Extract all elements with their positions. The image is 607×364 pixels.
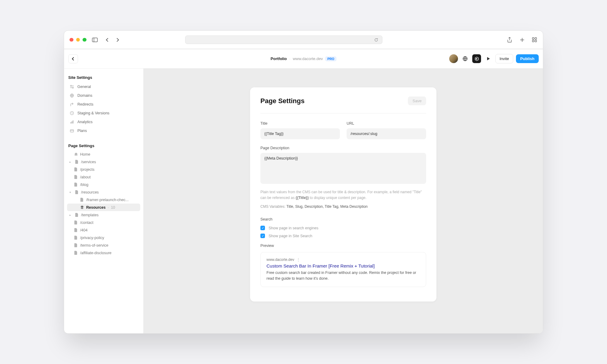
panel-title: Page Settings [260,97,304,105]
page-icon [75,213,79,217]
title-label: Title [260,121,340,126]
canvas: Page Settings Save Title URL Page Descri… [144,69,543,333]
nav-general[interactable]: General [67,82,140,91]
chart-icon [70,120,74,124]
browser-window: Portfolio · www.dacorte.dev PRO Invite P… [64,30,543,334]
checkbox-site-search[interactable]: ✓ [260,234,265,238]
redirect-icon [70,102,74,106]
stack-icon [80,205,84,210]
sidebar-toggle-icon[interactable] [92,37,98,43]
nav-plans[interactable]: Plans [67,126,140,135]
page-icon [74,183,78,187]
project-name: Portfolio [271,56,287,61]
editor-back-button[interactable] [68,54,78,63]
globe-icon[interactable] [461,54,470,63]
home-icon [74,152,78,157]
page-icon [80,198,84,202]
search-section-label: Search [260,217,426,221]
svg-rect-3 [535,38,537,39]
preview-desc: Free custom search bar created in Framer… [266,270,420,281]
svg-rect-12 [71,121,72,123]
page-privacy[interactable]: /privacy-policy [67,234,140,241]
page-framer-prelaunch[interactable]: /framer-prelaunch-chec... [67,196,140,204]
help-text: Plain text values from the CMS can be us… [260,189,426,201]
close-window[interactable] [70,38,73,42]
svg-point-8 [72,87,73,88]
page-icon [75,160,79,164]
page-affiliate[interactable]: /affiliate-disclosure [67,249,140,257]
caret-icon: ▾ [70,191,73,194]
publish-button[interactable]: Publish [516,54,539,63]
gear-icon[interactable] [472,54,481,63]
nav-analytics[interactable]: Analytics [67,117,140,126]
page-terms[interactable]: /terms-of-service [67,241,140,249]
page-resources-collection[interactable]: Resources · 10 [67,204,140,211]
page-icon [74,221,78,225]
page-icon [74,167,78,172]
minimize-window[interactable] [76,38,80,42]
save-button[interactable]: Save [408,96,426,105]
page-icon [74,236,78,240]
preview-section-label: Preview [260,244,426,248]
page-about[interactable]: /about [67,173,140,181]
preview-domain: www.dacorte.dev [266,258,294,262]
traffic-lights [70,38,86,42]
reload-icon[interactable] [373,37,379,43]
caret-icon: ▸ [70,160,73,163]
play-icon[interactable] [484,54,493,63]
pro-badge: PRO [325,56,337,61]
forward-icon[interactable] [115,37,120,43]
svg-rect-5 [535,40,537,42]
app-toolbar: Portfolio · www.dacorte.dev PRO Invite P… [64,49,543,69]
svg-rect-4 [532,40,534,42]
svg-rect-11 [70,122,71,123]
address-bar[interactable] [185,35,382,44]
svg-rect-2 [532,38,534,39]
back-icon[interactable] [104,37,110,43]
page-icon [74,175,78,179]
invite-button[interactable]: Invite [495,54,513,63]
cms-variables: CMS Variables: Title, Slug, Description,… [260,204,426,209]
svg-rect-13 [73,120,73,123]
page-blog[interactable]: /blog [67,181,140,188]
page-icon [75,190,79,194]
url-input[interactable] [347,128,426,139]
page-resources[interactable]: ▾/resources [67,188,140,196]
desc-label: Page Description [260,146,426,150]
share-icon[interactable] [507,37,513,43]
svg-point-7 [70,85,72,86]
site-settings-header: Site Settings [67,73,140,82]
plus-icon[interactable] [519,37,525,43]
page-icon [74,251,78,255]
title-input[interactable] [260,128,340,139]
project-domain: www.dacorte.dev [293,56,323,61]
card-icon [70,128,74,133]
kebab-icon: ⋮ [297,258,300,262]
checkbox-search-engines[interactable]: ✓ [260,226,265,230]
page-404[interactable]: /404 [67,226,140,234]
avatar[interactable] [449,54,458,63]
page-contact[interactable]: /contact [67,219,140,226]
tabs-grid-icon[interactable] [532,37,537,43]
clock-icon [70,111,74,115]
settings-sidebar: Site Settings General Domains Redirects … [64,69,144,333]
url-label: URL [347,121,426,126]
nav-redirects[interactable]: Redirects [67,100,140,109]
nav-domains[interactable]: Domains [67,91,140,100]
sliders-icon [70,84,74,89]
svg-rect-0 [92,38,97,42]
page-templates[interactable]: ▸/templates [67,211,140,219]
page-icon [74,228,78,232]
page-services[interactable]: ▸/services [67,158,140,166]
globe-icon [70,93,74,98]
page-settings-panel: Page Settings Save Title URL Page Descri… [250,87,436,302]
page-icon [74,243,78,248]
nav-staging[interactable]: Staging & Versions [67,109,140,117]
maximize-window[interactable] [83,38,86,42]
page-home[interactable]: Home [67,150,140,158]
caret-icon: ▸ [70,214,73,217]
desc-input[interactable]: {{Meta Description}} [260,153,426,184]
preview-card: www.dacorte.dev⋮ Custom Search Bar In Fr… [260,252,426,287]
svg-rect-14 [70,130,73,132]
page-projects[interactable]: /projects [67,166,140,173]
